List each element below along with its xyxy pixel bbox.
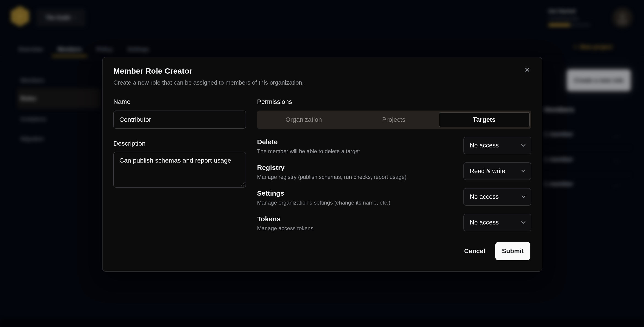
description-label: Description: [114, 140, 246, 148]
chevron-down-icon: [521, 168, 525, 172]
description-textarea[interactable]: Can publish schemas and report usage: [114, 152, 246, 188]
permission-row-delete: Delete The member will be able to delete…: [257, 137, 531, 155]
permissions-column: Permissions Organization Projects Target…: [257, 98, 531, 232]
chevron-down-icon: [521, 219, 525, 224]
chevron-down-icon: [521, 142, 525, 147]
permission-description: The member will be able to delete a targ…: [257, 148, 360, 155]
permission-title: Delete: [257, 138, 360, 146]
permission-text: Settings Manage organization's settings …: [257, 188, 390, 206]
permission-description: Manage organization's settings (change i…: [257, 200, 390, 206]
chevron-down-icon: [521, 194, 525, 198]
permissions-tab-projects[interactable]: Projects: [348, 112, 438, 127]
registry-access-select[interactable]: Read & write: [464, 162, 531, 180]
permissions-tab-targets[interactable]: Targets: [439, 112, 530, 127]
member-role-creator-dialog: ✕ Member Role Creator Create a new role …: [102, 57, 542, 272]
permission-title: Settings: [257, 189, 390, 197]
permission-text: Delete The member will be able to delete…: [257, 137, 360, 155]
dialog-header: Member Role Creator Create a new role th…: [114, 66, 304, 86]
tokens-access-select[interactable]: No access: [464, 214, 531, 231]
name-label: Name: [114, 98, 246, 106]
close-icon[interactable]: ✕: [522, 65, 532, 74]
permission-description: Manage registry (publish schemas, run ch…: [257, 174, 406, 180]
permission-row-tokens: Tokens Manage access tokens No access: [257, 214, 531, 232]
permission-row-registry: Registry Manage registry (publish schema…: [257, 162, 531, 180]
permission-text: Tokens Manage access tokens: [257, 214, 313, 232]
permission-title: Tokens: [257, 215, 313, 223]
permissions-label: Permissions: [257, 98, 531, 106]
permission-text: Registry Manage registry (publish schema…: [257, 162, 406, 180]
permission-row-settings: Settings Manage organization's settings …: [257, 188, 531, 206]
dialog-actions: Cancel Submit: [464, 242, 530, 260]
role-identity-column: Name Description Can publish schemas and…: [114, 98, 246, 188]
dialog-title: Member Role Creator: [114, 66, 304, 75]
settings-access-select[interactable]: No access: [464, 188, 531, 206]
resize-handle-icon[interactable]: [240, 182, 245, 186]
submit-button[interactable]: Submit: [495, 242, 530, 260]
cancel-button[interactable]: Cancel: [464, 247, 485, 255]
permissions-tabstrip: Organization Projects Targets: [257, 110, 531, 129]
permission-description: Manage access tokens: [257, 225, 313, 232]
permission-title: Registry: [257, 164, 406, 172]
name-input[interactable]: [114, 110, 246, 129]
permissions-tab-organization[interactable]: Organization: [259, 112, 348, 127]
dialog-subtitle: Create a new role that can be assigned t…: [114, 79, 304, 86]
delete-access-select[interactable]: No access: [464, 137, 531, 154]
